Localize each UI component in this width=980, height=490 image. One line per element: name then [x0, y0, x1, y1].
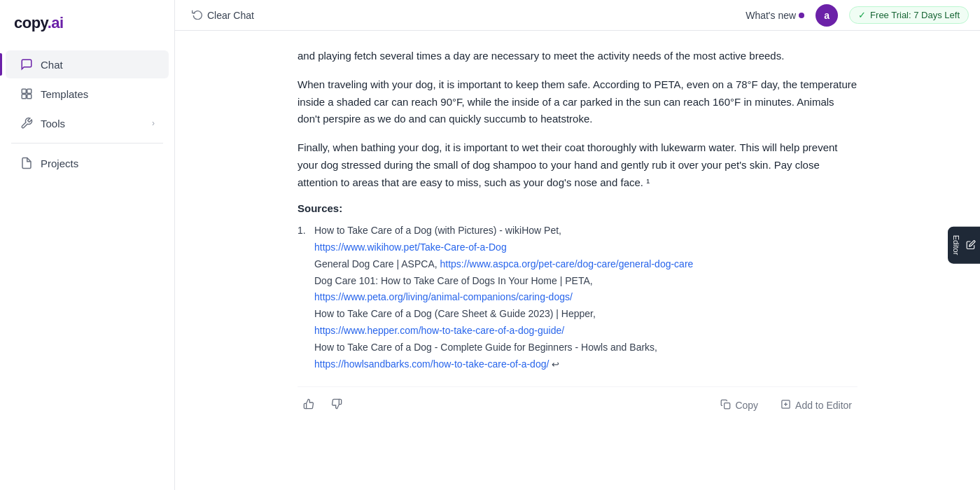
- paragraph-2: When traveling with your dog, it is impo…: [298, 76, 858, 128]
- sidebar-item-tools-label: Tools: [41, 118, 65, 130]
- chevron-right-icon: ›: [152, 118, 155, 128]
- sidebar-item-projects-label: Projects: [41, 158, 78, 169]
- logo: copy.ai: [0, 0, 174, 43]
- logo-text: copy.ai: [14, 14, 64, 32]
- source-url-wikihow[interactable]: https://www.wikihow.pet/Take-Care-of-a-D…: [314, 241, 507, 253]
- source-url-hepper[interactable]: https://www.hepper.com/how-to-take-care-…: [314, 325, 564, 336]
- topbar: Clear Chat What's new a ✓ Free Trial: 7 …: [175, 0, 980, 31]
- tools-icon: [20, 116, 34, 130]
- thumbs-down-icon: [331, 398, 342, 412]
- sidebar-item-projects[interactable]: Projects: [6, 149, 169, 177]
- sidebar-item-templates-label: Templates: [41, 88, 88, 100]
- editor-panel-tab[interactable]: Editor: [948, 227, 980, 264]
- trial-label: Free Trial: 7 Days Left: [870, 10, 960, 20]
- source-line-6: How to Take Care of a Dog (Care Sheet & …: [314, 308, 596, 319]
- avatar[interactable]: a: [816, 4, 838, 27]
- add-to-editor-label: Add to Editor: [795, 400, 852, 411]
- source-url-aspca[interactable]: https://www.aspca.org/pet-care/dog-care/…: [440, 258, 694, 270]
- sidebar-item-templates[interactable]: Templates: [6, 80, 169, 108]
- svg-rect-1: [27, 89, 31, 93]
- thumbs-up-icon: [303, 398, 314, 412]
- avatar-initial: a: [824, 10, 830, 21]
- message-content: and playing fetch several times a day ar…: [298, 48, 858, 414]
- paragraph-3: Finally, when bathing your dog, it is im…: [298, 139, 858, 191]
- thumbs-up-button[interactable]: [298, 396, 320, 414]
- topbar-left: Clear Chat: [186, 6, 260, 24]
- trial-badge[interactable]: ✓ Free Trial: 7 Days Left: [849, 6, 969, 24]
- return-icon: ↩: [552, 359, 559, 370]
- sources-list: How to Take Care of a Dog (with Pictures…: [298, 223, 858, 372]
- add-to-editor-button[interactable]: Add to Editor: [775, 396, 858, 414]
- whats-new-button[interactable]: What's new: [746, 10, 804, 21]
- sidebar-nav: Chat Templates Tools ›: [0, 43, 174, 490]
- action-left: [298, 396, 348, 414]
- source-line-8: How to Take Care of a Dog - Complete Gui…: [314, 342, 657, 353]
- clear-chat-label: Clear Chat: [207, 10, 254, 21]
- editor-panel-label: Editor: [952, 235, 960, 255]
- copy-icon: [720, 399, 731, 412]
- source-line-4: Dog Care 101: How to Take Care of Dogs I…: [314, 275, 593, 286]
- copy-button[interactable]: Copy: [715, 396, 764, 414]
- source-url-peta[interactable]: https://www.peta.org/living/animal-compa…: [314, 291, 573, 302]
- topbar-right: What's new a ✓ Free Trial: 7 Days Left: [746, 4, 969, 27]
- add-to-editor-icon: [780, 399, 791, 412]
- svg-rect-3: [27, 94, 31, 99]
- sources-label: Sources:: [298, 202, 858, 214]
- source-line-1: How to Take Care of a Dog (with Pictures…: [314, 225, 561, 236]
- sidebar-item-chat[interactable]: Chat: [6, 50, 169, 78]
- projects-icon: [20, 156, 34, 170]
- main-panel: Clear Chat What's new a ✓ Free Trial: 7 …: [175, 0, 980, 490]
- check-icon: ✓: [858, 10, 866, 20]
- source-item-1: How to Take Care of a Dog (with Pictures…: [298, 223, 858, 372]
- thumbs-down-button[interactable]: [326, 396, 348, 414]
- chat-area: and playing fetch several times a day ar…: [175, 31, 980, 490]
- new-indicator-dot: [799, 13, 804, 18]
- refresh-icon: [192, 8, 203, 22]
- sidebar-item-chat-label: Chat: [41, 59, 63, 71]
- sidebar-divider: [11, 143, 163, 144]
- svg-rect-4: [724, 403, 730, 409]
- editor-icon: [966, 240, 976, 250]
- sidebar-item-tools[interactable]: Tools ›: [6, 109, 169, 137]
- sidebar: copy.ai Chat Templates: [0, 0, 175, 490]
- clear-chat-button[interactable]: Clear Chat: [186, 6, 260, 24]
- source-url-howls[interactable]: https://howlsandbarks.com/how-to-take-ca…: [314, 358, 549, 370]
- source-line-3: General Dog Care | ASPCA,: [314, 258, 440, 270]
- svg-rect-0: [22, 89, 26, 93]
- chat-icon: [20, 57, 34, 71]
- message-actions: Copy Add to Editor: [298, 386, 858, 414]
- copy-label: Copy: [735, 400, 758, 411]
- whats-new-label: What's new: [746, 10, 796, 21]
- svg-rect-2: [22, 94, 26, 99]
- templates-icon: [20, 87, 34, 101]
- action-right: Copy Add to Editor: [715, 396, 858, 414]
- paragraph-1: and playing fetch several times a day ar…: [298, 48, 858, 65]
